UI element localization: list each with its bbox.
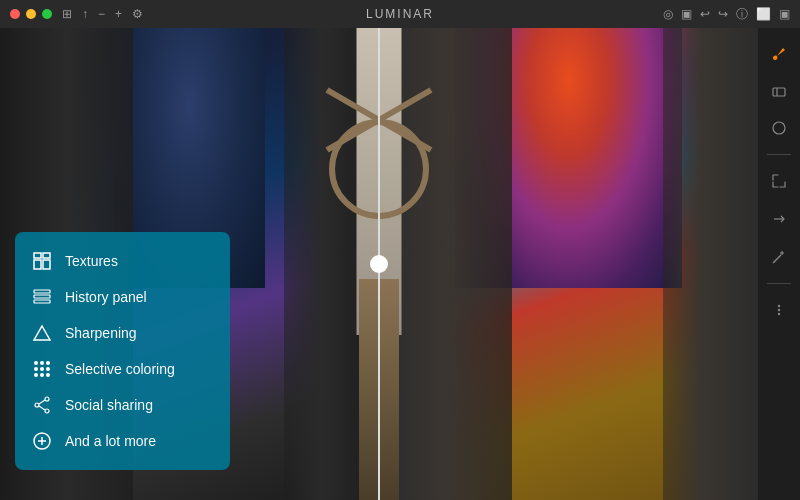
eye-icon[interactable]: ◎ [663,7,673,21]
window-controls[interactable] [10,9,52,19]
svg-point-27 [773,122,785,134]
svg-point-17 [45,397,49,401]
divider-handle[interactable] [370,255,388,273]
minimize-button[interactable] [26,9,36,19]
feature-panel: Textures History panel [15,232,230,470]
wand-tool[interactable] [763,241,795,273]
svg-point-35 [778,309,780,311]
sharpening-label: Sharpening [65,325,137,341]
close-button[interactable] [10,9,20,19]
more-tool[interactable] [763,294,795,326]
history-icon [31,286,53,308]
brush-tool[interactable] [763,36,795,68]
svg-marker-7 [34,326,50,340]
selective-coloring-icon [31,358,53,380]
info-icon[interactable]: ⓘ [736,6,748,23]
resize-left-icon[interactable]: ⬜ [756,7,771,21]
resize-tool[interactable] [763,165,795,197]
social-sharing-icon [31,394,53,416]
svg-rect-5 [34,295,50,298]
compare-icon[interactable]: ▣ [681,7,692,21]
transform-tool[interactable] [763,203,795,235]
svg-rect-0 [34,253,41,258]
feature-item-and-more[interactable]: And a lot more [31,430,214,452]
top-bar: ⊞ ↑ − + ⚙ LUMINAR ◎ ▣ ↩ ↪ ⓘ ⬜ ▣ [0,0,800,28]
svg-point-34 [778,305,780,307]
svg-line-20 [39,400,45,404]
svg-rect-2 [34,260,41,269]
resize-right-icon[interactable]: ▣ [779,7,790,21]
social-sharing-label: Social sharing [65,397,153,413]
selective-coloring-label: Selective coloring [65,361,175,377]
svg-point-11 [34,367,38,371]
app-title: LUMINAR [366,7,434,21]
redo-icon[interactable]: ↪ [718,7,728,21]
window-icon[interactable]: ⊞ [62,7,72,21]
svg-point-9 [40,361,44,365]
svg-point-36 [778,313,780,315]
svg-point-10 [46,361,50,365]
history-label: History panel [65,289,147,305]
plus-icon[interactable]: + [115,7,122,21]
and-more-label: And a lot more [65,433,156,449]
image-container: Textures History panel [0,28,758,500]
feature-item-textures[interactable]: Textures [31,250,214,272]
svg-point-16 [46,373,50,377]
minus-icon[interactable]: − [98,7,105,21]
svg-point-19 [45,409,49,413]
share-icon[interactable]: ↑ [82,7,88,21]
circle-tool[interactable] [763,112,795,144]
feature-item-sharpening[interactable]: Sharpening [31,322,214,344]
svg-rect-25 [773,88,785,96]
svg-point-8 [34,361,38,365]
right-toolbar [758,28,800,500]
feature-item-history[interactable]: History panel [31,286,214,308]
compare-divider[interactable] [378,28,380,500]
svg-point-14 [34,373,38,377]
top-bar-left: ⊞ ↑ − + ⚙ [10,7,143,21]
svg-rect-3 [43,260,50,269]
main-image-area: Textures History panel [0,28,758,500]
maximize-button[interactable] [42,9,52,19]
eraser-tool[interactable] [763,74,795,106]
texture-icon [31,250,53,272]
svg-point-18 [35,403,39,407]
feature-item-selective-coloring[interactable]: Selective coloring [31,358,214,380]
sharpening-icon [31,322,53,344]
svg-line-29 [773,255,781,263]
toolbar-separator-2 [767,283,791,284]
more-icon [31,430,53,452]
toolbar-separator-1 [767,154,791,155]
undo-icon[interactable]: ↩ [700,7,710,21]
svg-rect-4 [34,290,50,293]
feature-item-social-sharing[interactable]: Social sharing [31,394,214,416]
svg-rect-6 [34,300,50,303]
svg-point-13 [46,367,50,371]
textures-label: Textures [65,253,118,269]
svg-line-21 [39,406,45,410]
settings-icon[interactable]: ⚙ [132,7,143,21]
svg-point-15 [40,373,44,377]
svg-point-12 [40,367,44,371]
top-bar-right: ◎ ▣ ↩ ↪ ⓘ ⬜ ▣ [663,6,790,23]
svg-rect-1 [43,253,50,258]
